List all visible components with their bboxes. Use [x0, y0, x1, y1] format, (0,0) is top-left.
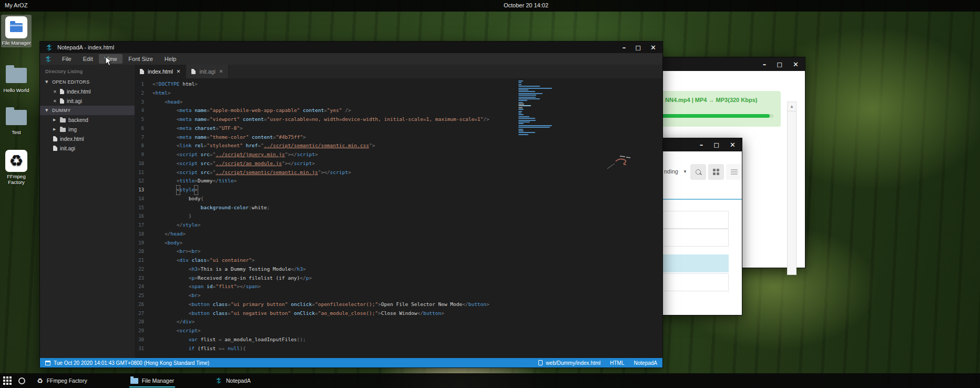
maximize-button[interactable]: ◻ — [777, 61, 782, 68]
scrollbar[interactable]: ▲ — [787, 101, 797, 275]
code-line[interactable]: 19 <body> — [135, 239, 662, 248]
desktop-icon-label: Hello World — [2, 87, 31, 93]
file-icon — [60, 89, 64, 94]
code-line[interactable]: 14 body{ — [135, 195, 662, 203]
menu-font-size[interactable]: Font Size — [122, 54, 158, 64]
calendar-icon — [45, 361, 50, 365]
code-line[interactable]: 27 <button class="ui negative button" on… — [135, 309, 662, 318]
chevron-right-icon: ▶ — [53, 118, 57, 122]
tree-file-initagi[interactable]: init.agi — [40, 144, 135, 153]
code-line[interactable]: 30 var flist = ao_module_loadInputFiles(… — [135, 335, 662, 344]
minimize-button[interactable]: – — [622, 44, 626, 51]
aroz-menu-button[interactable]: My ArOZ — [5, 2, 27, 8]
code-line[interactable]: 31 if (flist == null){ — [135, 344, 662, 353]
open-editor-item-initagi[interactable]: ✕ init.agi — [40, 96, 135, 106]
code-line[interactable]: 3 <head> — [135, 98, 662, 107]
code-line[interactable]: 17 </style> — [135, 221, 662, 230]
code-line[interactable]: 26 <button class="ui primary button" onc… — [135, 300, 662, 309]
taskbar-item-file-manager[interactable]: File Manager — [125, 373, 179, 388]
file-icon — [53, 136, 57, 141]
start-menu-button[interactable] — [3, 376, 12, 385]
code-line[interactable]: 21 <div class="ui container"> — [135, 256, 662, 265]
tab-initagi[interactable]: init.agi ✕ — [186, 65, 229, 78]
close-button[interactable]: ✕ — [730, 141, 736, 148]
close-icon[interactable]: ✕ — [219, 69, 223, 74]
file-icon — [538, 360, 543, 365]
close-button[interactable]: ✕ — [793, 61, 799, 68]
code-line[interactable]: 29 <script> — [135, 326, 662, 335]
search-icon — [696, 169, 701, 175]
taskbar: ♻ FFmpeg Factory File Manager NotepadA — [0, 373, 980, 388]
recycle-icon: ♻ — [37, 377, 43, 384]
search-button[interactable] — [690, 164, 706, 180]
list-view-button[interactable] — [726, 164, 742, 180]
menu-edit[interactable]: Edit — [77, 54, 99, 64]
code-line[interactable]: 24 <span id="flist"></span> — [135, 282, 662, 291]
code-line[interactable]: 25 <br> — [135, 291, 662, 300]
grid-view-button[interactable] — [708, 164, 724, 180]
menu-file[interactable]: File — [56, 54, 77, 64]
code-line[interactable]: 18 </head> — [135, 230, 662, 239]
code-line[interactable]: 1<!DOCTYPE html> — [135, 80, 662, 89]
menu-help[interactable]: Help — [159, 54, 182, 64]
code-line[interactable]: 7 <meta name="theme-color" content="#4b7… — [135, 133, 662, 142]
close-icon[interactable]: ✕ — [53, 89, 57, 94]
editor-minimap[interactable] — [518, 80, 553, 136]
code-line[interactable]: 20 <br><br> — [135, 247, 662, 256]
chevron-down-icon: ▼ — [45, 80, 49, 84]
desktop-icon-hello-world[interactable]: Hello World — [1, 63, 32, 95]
taskbar-item-notepada[interactable]: NotepadA — [210, 373, 256, 388]
open-editors-section[interactable]: ▼ OPEN EDITORS — [40, 77, 135, 87]
status-language[interactable]: HTML — [610, 360, 624, 366]
desktop-icon-file-manager[interactable]: File Manager — [1, 15, 32, 47]
workspace-root-dummy[interactable]: ▼ DUMMY — [40, 106, 135, 115]
maximize-button[interactable]: ◻ — [635, 44, 641, 51]
notepada-titlebar[interactable]: NotepadA - index.html – ◻ ✕ — [40, 42, 662, 53]
folder-icon — [6, 68, 27, 83]
sidebar-header: Directory Listing — [40, 65, 135, 77]
code-line[interactable]: 22 <h3>This is a Dummy Testing Module</h… — [135, 265, 662, 274]
tree-file-indexhtml[interactable]: index.html — [40, 134, 135, 144]
notepada-window: NotepadA - index.html – ◻ ✕ File Edit Vi… — [39, 41, 663, 368]
code-line[interactable]: 13 <style> — [135, 186, 662, 195]
code-editor[interactable]: 1<!DOCTYPE html>2<html>3 <head>4 <meta n… — [135, 78, 662, 358]
code-line[interactable]: 6 <meta charset="UTF-8"> — [135, 124, 662, 133]
minimize-button[interactable]: – — [700, 141, 703, 148]
code-line[interactable]: 28 </div> — [135, 318, 662, 326]
desktop-icon-ffmpeg-factory[interactable]: ♻ FFmpeg Factory — [1, 148, 32, 187]
code-line[interactable]: 23 <p>Received drag-in filelist (if any)… — [135, 274, 662, 283]
taskbar-item-ffmpeg-factory[interactable]: ♻ FFmpeg Factory — [32, 373, 93, 388]
file-icon — [191, 69, 196, 74]
sort-dropdown[interactable]: nding — [664, 168, 678, 175]
status-datetime: Tue Oct 20 2020 14:01:43 GMT+0800 (Hong … — [54, 360, 209, 366]
recycle-icon: ♻ — [5, 150, 27, 172]
code-line[interactable]: 4 <meta name="apple-mobile-web-app-capab… — [135, 106, 662, 115]
code-line[interactable]: 10 <script src="../script/ao_module.js">… — [135, 159, 662, 168]
tree-folder-img[interactable]: ▶ img — [40, 125, 135, 134]
code-line[interactable]: 15 background-color:white; — [135, 203, 662, 212]
scroll-up-arrow-icon[interactable]: ▲ — [788, 102, 796, 111]
folder-icon — [6, 110, 27, 125]
code-line[interactable]: 5 <meta name="viewport" content="user-sc… — [135, 115, 662, 124]
code-line[interactable]: 16 } — [135, 212, 662, 221]
code-line[interactable]: 11 <script src="../script/semantic/seman… — [135, 168, 662, 177]
code-line[interactable]: 2<html> — [135, 89, 662, 98]
clock: October 20 14:02 — [504, 2, 548, 8]
code-line[interactable]: 9 <script src="../script/jquery.min.js">… — [135, 150, 662, 159]
open-editor-item-indexhtml[interactable]: ✕ index.html — [40, 87, 135, 96]
code-line[interactable]: 8 <link rel="stylesheet" href="../script… — [135, 141, 662, 150]
close-icon[interactable]: ✕ — [53, 99, 57, 104]
annotation-marks — [605, 155, 642, 172]
tray-circle-icon[interactable] — [18, 377, 25, 384]
maximize-button[interactable]: ◻ — [713, 141, 719, 148]
code-line[interactable]: 12 <title>Dummy</title> — [135, 177, 662, 186]
close-button[interactable]: ✕ — [650, 44, 656, 51]
minimize-button[interactable]: – — [763, 61, 767, 68]
close-icon[interactable]: ✕ — [177, 69, 181, 74]
status-filepath: web/Dummy/index.html — [546, 360, 600, 366]
tree-folder-backend[interactable]: ▶ backend — [40, 115, 135, 125]
directory-sidebar: Directory Listing ▼ OPEN EDITORS ✕ index… — [40, 65, 135, 358]
status-appname: NotepadA — [634, 360, 657, 366]
desktop-icon-test[interactable]: Test — [1, 105, 32, 137]
tab-indexhtml[interactable]: index.html ✕ — [135, 65, 186, 78]
